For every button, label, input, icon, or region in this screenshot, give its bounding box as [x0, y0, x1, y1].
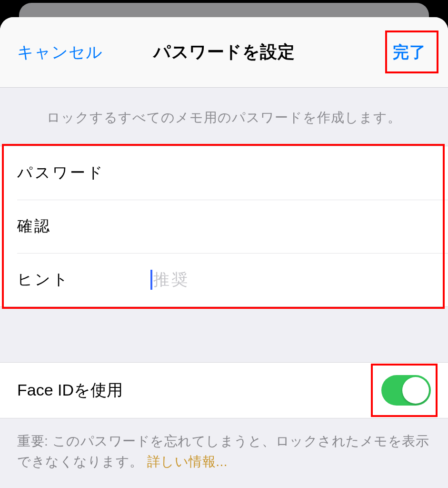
footer-note: 重要: このパスワードを忘れてしまうと、ロックされたメモを表示できなくなります。…	[0, 418, 448, 487]
hint-label: ヒント	[17, 269, 150, 290]
navigation-bar: キャンセル パスワードを設定 完了	[0, 17, 448, 88]
password-input[interactable]	[150, 164, 431, 182]
verify-label: 確認	[17, 216, 150, 237]
password-label: パスワード	[17, 163, 150, 183]
faceid-label: Face IDを使用	[17, 379, 123, 401]
password-fields-group: パスワード 確認 ヒント 推奨	[0, 146, 448, 307]
password-row[interactable]: パスワード	[0, 146, 448, 200]
spacer	[0, 307, 448, 362]
faceid-row: Face IDを使用	[0, 362, 448, 418]
verify-row[interactable]: 確認	[0, 200, 448, 253]
more-info-link[interactable]: 詳しい情報...	[147, 454, 228, 469]
done-button[interactable]: 完了	[384, 36, 435, 69]
content-area: ロックするすべてのメモ用のパスワードを作成します。 パスワード 確認 ヒント	[0, 88, 448, 488]
hint-row[interactable]: ヒント 推奨	[0, 253, 448, 306]
set-password-modal: キャンセル パスワードを設定 完了 ロックするすべてのメモ用のパスワードを作成し…	[0, 17, 448, 488]
faceid-toggle[interactable]	[381, 375, 431, 406]
verify-input[interactable]	[150, 218, 431, 235]
page-title: パスワードを設定	[153, 41, 295, 64]
section-description: ロックするすべてのメモ用のパスワードを作成します。	[0, 88, 448, 146]
toggle-knob-icon	[402, 377, 429, 404]
cancel-button[interactable]: キャンセル	[17, 41, 103, 63]
